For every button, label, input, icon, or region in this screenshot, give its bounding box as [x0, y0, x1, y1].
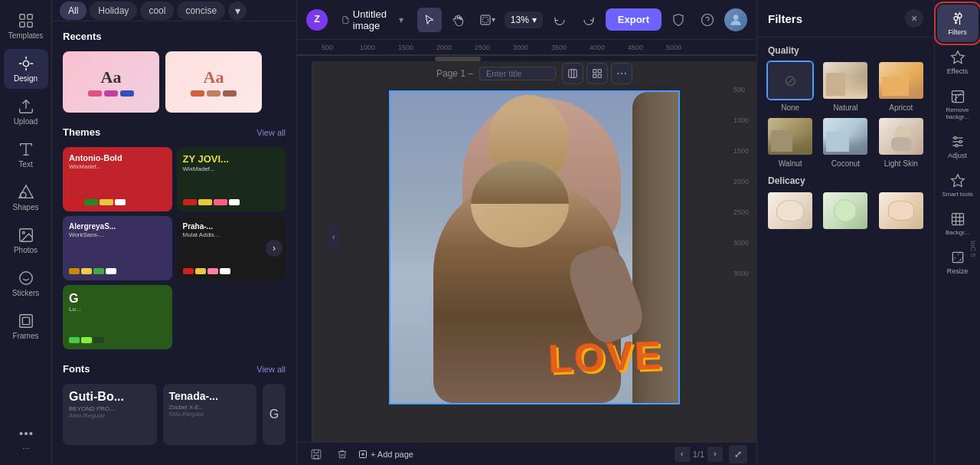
- sidebar-item-text[interactable]: Text: [4, 135, 48, 175]
- undo-icon: [554, 14, 566, 26]
- right-panel-remove-bg[interactable]: Remove backgr...: [937, 83, 978, 126]
- recent-card-2[interactable]: Aa: [165, 51, 262, 113]
- theme-card-6[interactable]: G Lu...: [63, 285, 172, 349]
- sidebar-item-design[interactable]: Design: [4, 49, 48, 89]
- adjust-icon: [950, 134, 965, 149]
- trash-icon: [337, 449, 348, 460]
- page-frame-btn[interactable]: [562, 63, 583, 84]
- add-page-button[interactable]: + Add page: [358, 450, 413, 459]
- svg-rect-56: [952, 214, 963, 225]
- page-title-input[interactable]: [479, 67, 556, 80]
- tag-concise[interactable]: concise: [177, 2, 225, 20]
- theme-card-1[interactable]: Antonio-Bold WixMadef...: [63, 147, 172, 211]
- doc-name-button[interactable]: Untitled image ▾: [335, 5, 410, 34]
- svg-point-11: [22, 231, 24, 234]
- select-icon: [423, 14, 436, 26]
- page-prev-button[interactable]: ‹: [675, 447, 690, 462]
- filters-icon: [950, 11, 965, 26]
- export-button[interactable]: Export: [606, 8, 662, 31]
- page-more-btn[interactable]: ⋯: [611, 63, 632, 84]
- font-card-1[interactable]: Guti-Bo... BEYOND PRO... Anto-Regular: [63, 384, 157, 445]
- app-logo[interactable]: Z: [306, 9, 328, 31]
- quality-section-title: Quality: [757, 38, 934, 61]
- zoom-level-label: 13%: [511, 15, 529, 25]
- tag-all[interactable]: All: [60, 2, 87, 20]
- frame-tool-button[interactable]: ▾: [475, 8, 500, 32]
- fullscreen-button[interactable]: ⤢: [729, 445, 747, 463]
- page-grid-btn[interactable]: [586, 63, 608, 84]
- right-panel-background[interactable]: Backgr...: [937, 205, 978, 242]
- svg-marker-47: [951, 51, 964, 64]
- sidebar-item-upload[interactable]: Upload: [4, 92, 48, 132]
- tag-cool[interactable]: cool: [140, 2, 174, 20]
- canvas-frame[interactable]: LOVE: [389, 90, 680, 404]
- fonts-view-all[interactable]: View all: [256, 365, 286, 374]
- undo-button[interactable]: [547, 8, 572, 32]
- redo-button[interactable]: [577, 8, 601, 32]
- sidebar-item-photos[interactable]: Photos: [4, 221, 48, 260]
- filter-walnut[interactable]: Walnut: [765, 116, 815, 168]
- filter-apricot-label: Apricot: [889, 103, 913, 112]
- filter-none[interactable]: ⊘ None: [765, 61, 815, 112]
- filter-delicacy-3[interactable]: [876, 191, 926, 234]
- sidebar-item-shapes[interactable]: Shapes: [4, 178, 48, 218]
- help-button[interactable]: [695, 8, 720, 32]
- filter-tag-more[interactable]: ▾: [228, 2, 247, 20]
- svg-point-4: [23, 61, 28, 66]
- themes-view-all[interactable]: View all: [256, 128, 286, 137]
- filters-header: Filters ×: [757, 0, 934, 38]
- shield-button[interactable]: [666, 8, 691, 32]
- resize-panel-label: Resize: [947, 267, 969, 275]
- svg-point-24: [702, 14, 714, 25]
- love-text: LOVE: [547, 332, 664, 381]
- sidebar-item-stickers[interactable]: Stickers: [4, 264, 48, 303]
- adjust-panel-label: Adjust: [948, 152, 967, 159]
- filters-panel-title: Filters: [768, 12, 802, 25]
- svg-rect-32: [593, 74, 596, 77]
- filter-coconut[interactable]: Coconut: [820, 116, 871, 168]
- themes-next-arrow[interactable]: ›: [266, 240, 283, 257]
- smart-tools-label: Smart tools: [942, 191, 972, 198]
- filter-light-skin[interactable]: Light Skin: [876, 116, 926, 168]
- theme-card-4[interactable]: AlergreyaS... WorkSans-...: [63, 216, 172, 280]
- filter-delicacy-1[interactable]: [765, 191, 815, 234]
- zoom-control[interactable]: 13% ▾: [505, 11, 543, 28]
- canvas-scroll-horizontal[interactable]: [297, 55, 756, 61]
- canvas-content[interactable]: ‹ Page 1 –: [312, 55, 756, 419]
- sidebar-item-more[interactable]: ⋯: [4, 419, 48, 459]
- filter-none-label: None: [781, 103, 799, 112]
- avatar-icon: [728, 12, 743, 28]
- svg-rect-3: [27, 22, 31, 27]
- user-avatar[interactable]: [724, 8, 747, 31]
- themes-header: Themes View all: [52, 117, 296, 142]
- font-card-more[interactable]: G: [263, 384, 286, 445]
- svg-rect-1: [27, 15, 31, 19]
- collapse-panel-arrow[interactable]: ‹: [328, 225, 340, 250]
- svg-rect-16: [22, 317, 29, 324]
- page-next-button[interactable]: ›: [707, 447, 723, 462]
- tag-holiday[interactable]: Holiday: [90, 2, 137, 20]
- theme-card-2[interactable]: ZY JOVI... WixMadef...: [177, 147, 286, 211]
- right-panel-filters[interactable]: Filters: [937, 5, 978, 42]
- sidebar-item-frames[interactable]: Frames: [4, 306, 48, 346]
- help-icon: [701, 13, 714, 27]
- svg-rect-27: [569, 70, 577, 78]
- save-button[interactable]: [306, 447, 326, 461]
- recent-card-1[interactable]: Aa: [63, 51, 159, 113]
- delete-button[interactable]: [332, 447, 352, 461]
- right-panel-smart-tools[interactable]: Smart tools: [937, 167, 978, 204]
- filter-delicacy-2[interactable]: [820, 191, 871, 234]
- select-tool-button[interactable]: [417, 8, 442, 32]
- filter-coconut-label: Coconut: [831, 159, 860, 168]
- filters-close-button[interactable]: ×: [905, 9, 923, 28]
- sidebar-item-templates[interactable]: Templates: [4, 6, 48, 46]
- pan-tool-button[interactable]: [446, 8, 471, 32]
- right-panel-effects[interactable]: Effects: [937, 44, 978, 81]
- svg-point-26: [733, 15, 739, 20]
- recents-header: Recents: [52, 21, 296, 47]
- scroll-thumb[interactable]: [435, 57, 481, 61]
- filter-natural[interactable]: Natural: [820, 61, 871, 112]
- right-panel-adjust[interactable]: Adjust: [937, 128, 978, 165]
- font-card-2[interactable]: Tenada-... Zocbel X-E... Stilu-Regular: [163, 384, 257, 445]
- filter-apricot[interactable]: Apricot: [876, 61, 926, 112]
